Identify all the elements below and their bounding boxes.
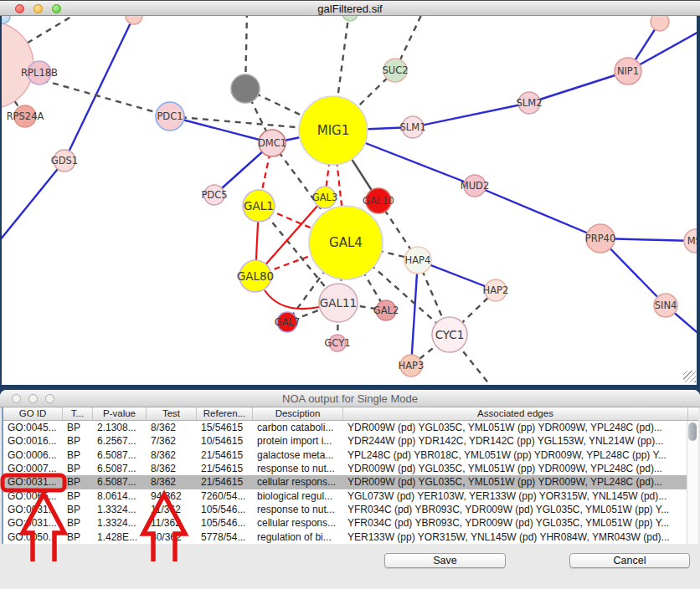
table-cell: YDR009W (pd) YGL035C, YML051W (pp) YDR00… (343, 462, 688, 475)
graph-node-label: GCY1 (324, 337, 350, 349)
table-row[interactable]: GO:0031...BP6.5087...8/36221/54615cellul… (3, 475, 698, 489)
graph-node[interactable] (0, 22, 33, 109)
table-cell: GO:0050... (3, 530, 63, 544)
table-cell: GO:0065... (3, 489, 63, 503)
graph-node-label: GAL7 (275, 316, 301, 328)
window-border-left (0, 16, 2, 385)
table-cell: BP (63, 516, 93, 530)
table-cell: 10/54615 (197, 434, 253, 448)
column-header[interactable]: Test (147, 407, 197, 420)
table-header-row[interactable]: GO IDT...P-valueTestReferen...Desciption… (3, 407, 698, 421)
table-cell: 11/362 (147, 516, 197, 530)
table-cell: BP (63, 448, 93, 462)
table-row[interactable]: GO:0016...BP6.2567...7/36210/54615protei… (3, 434, 698, 448)
table-cell: galactose meta... (253, 448, 343, 462)
table-row[interactable]: GO:0065...BP8.0614...94/3627260/54...bio… (3, 489, 698, 503)
graph-node-label: CYC1 (435, 328, 465, 341)
table-cell: 21/54615 (197, 448, 253, 462)
table-cell: YGL073W (pd) YER103W, YER133W (pp) YOR31… (343, 489, 688, 503)
resize-grip-icon[interactable] (683, 371, 696, 382)
table-cell: cellular respons... (253, 516, 343, 530)
table-cell: 1.428E... (93, 530, 147, 544)
graph-edge (529, 71, 628, 103)
graph-node-label: GDS1 (51, 155, 78, 166)
table-cell: 5778/54... (197, 530, 253, 544)
save-button[interactable]: Save (384, 553, 506, 568)
table-cell: carbon cataboli... (253, 421, 343, 434)
noa-output-window: NOA output for Single Mode GO IDT...P-va… (0, 390, 700, 589)
cancel-button[interactable]: Cancel (569, 553, 690, 568)
table-cell: GO:0016... (3, 434, 63, 448)
scrollbar-thumb[interactable] (688, 423, 697, 441)
table-cell: BP (63, 434, 93, 448)
noa-window-titlebar[interactable]: NOA output for Single Mode (0, 390, 700, 407)
graph-node[interactable] (231, 74, 260, 103)
table-cell: BP (63, 462, 93, 475)
graph-node-label: PDC1 (157, 110, 183, 122)
graph-node-label: SLM1 (400, 121, 426, 133)
graph-node-label: MUD2 (461, 180, 490, 192)
table-cell: 80/362 (147, 530, 197, 544)
table-cell: YFR034C (pd) YBR093C, YDR009W (pd) YGL03… (343, 516, 688, 530)
table-cell: 6.2567... (93, 434, 147, 448)
table-row[interactable]: GO:0045...BP2.1308...8/36215/54615carbon… (3, 421, 698, 434)
table-cell: 8/362 (147, 448, 197, 462)
table-cell: response to nut... (253, 503, 343, 516)
network-canvas[interactable]: RPL18BRPS24AGDS1PDC1MIG1DMC1PDC5SUC2SLM1… (0, 0, 700, 385)
table-row[interactable]: GO:0031...BP1.3324...11/362105/546...cel… (3, 516, 698, 530)
table-cell: BP (63, 421, 93, 434)
desktop: { "network_window": { "title": "galFilte… (0, 0, 700, 589)
table-cell: BP (63, 503, 93, 516)
graph-node-label: SLM2 (517, 97, 543, 109)
table-cell: BP (63, 530, 93, 544)
graph-node-label: PRP40 (585, 233, 616, 244)
table-row[interactable]: GO:0031...BP1.3324...11/362105/546...res… (3, 503, 698, 516)
graph-node-label: GAL3 (312, 192, 338, 203)
table-cell: GO:0006... (3, 448, 63, 462)
table-cell: cellular respons... (253, 475, 343, 489)
table-body: GO:0045...BP2.1308...8/36215/54615carbon… (3, 421, 698, 544)
table-row[interactable]: GO:0050...BP1.428E...80/3625778/54...reg… (3, 530, 698, 544)
column-header-spacer (688, 407, 698, 420)
table-cell: 8/362 (147, 421, 197, 434)
table-cell: 21/54615 (197, 475, 253, 489)
graph-edge (265, 290, 319, 309)
graph-node-label: RPL18B (21, 67, 58, 79)
noa-results-table: GO IDT...P-valueTestReferen...Desciption… (2, 407, 698, 544)
table-cell: 7/362 (147, 434, 197, 448)
graph-node-label: PDC5 (201, 189, 227, 201)
network-window-titlebar[interactable]: galFiltered.sif (0, 0, 700, 16)
column-header[interactable]: T... (63, 407, 93, 420)
graph-node-label: GAL1 (244, 199, 274, 213)
graph-node-label: HAP4 (405, 254, 431, 266)
graph-node-label: GAL4 (329, 235, 363, 250)
table-cell: regulation of bi... (253, 530, 343, 544)
table-cell: YDR009W (pd) YGL035C, YML051W (pp) YDR00… (343, 475, 688, 489)
column-header[interactable]: Referen... (197, 407, 253, 420)
table-cell: GO:0031... (3, 516, 63, 530)
table-cell: 8.0614... (93, 489, 147, 503)
table-cell: GO:0045... (3, 421, 63, 434)
table-cell: 105/546... (197, 503, 253, 516)
table-cell: 94/362 (147, 489, 197, 503)
table-cell: 1.3324... (93, 516, 147, 530)
graph-node-label: GAL10 (363, 195, 394, 207)
table-cell: BP (63, 475, 93, 489)
graph-node-label: HAP3 (399, 360, 425, 371)
table-cell: response to nut... (253, 462, 343, 475)
graph-node-label: RPS24A (7, 110, 44, 122)
column-header[interactable]: Associated edges (343, 407, 688, 420)
table-cell: 1.3324... (93, 503, 147, 516)
graph-edge (475, 186, 600, 238)
column-header[interactable]: P-value (93, 407, 147, 420)
column-header[interactable]: GO ID (3, 407, 63, 420)
graph-node-label: GAL11 (320, 296, 357, 310)
column-header[interactable]: Desciption (253, 407, 343, 420)
table-cell: YPL248C (pd) YBR018C, YML051W (pp) YDR00… (343, 448, 688, 462)
vertical-scrollbar[interactable] (687, 421, 698, 544)
network-window-title: galFiltered.sif (0, 3, 700, 15)
table-cell: biological regul... (253, 489, 343, 503)
table-row[interactable]: GO:0006...BP6.5087...8/36221/54615galact… (3, 448, 698, 462)
table-row[interactable]: GO:0007...BP6.5087...8/36221/54615respon… (3, 462, 698, 475)
graph-node-label: GAL2 (373, 305, 399, 316)
